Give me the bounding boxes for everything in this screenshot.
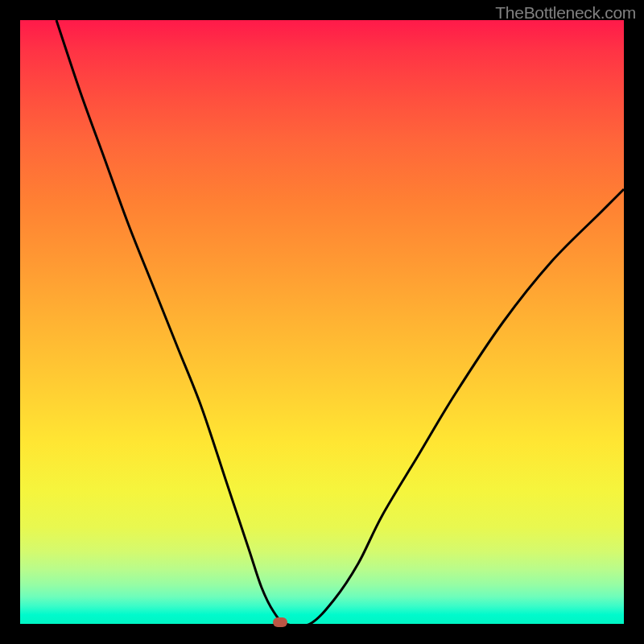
bottleneck-curve [56,20,624,624]
chart-container: TheBottleneck.com [0,0,644,644]
watermark-text: TheBottleneck.com [495,3,636,23]
optimal-point-marker [273,617,287,627]
bottleneck-curve-svg [20,20,624,624]
